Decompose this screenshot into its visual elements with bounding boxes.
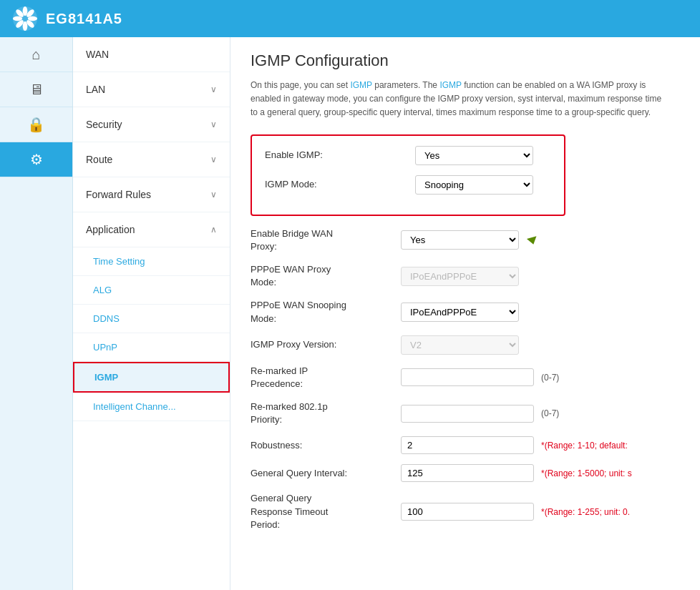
igmp-proxy-version-label: IGMP Proxy Version: (251, 338, 394, 351)
general-query-response-input[interactable] (401, 503, 534, 521)
home-icon: ⌂ (31, 47, 40, 62)
chevron-down-icon: ∨ (210, 84, 217, 94)
bridge-wan-proxy-label: Enable Bridge WANProxy: (251, 227, 394, 253)
settings-icon: ⚙ (30, 152, 43, 167)
nav-item-wan-label: WAN (86, 49, 109, 60)
chevron-down-icon: ∨ (210, 154, 217, 164)
svg-point-7 (13, 16, 22, 21)
form-row-general-query-response: General QueryResponse TimeoutPeriod: *(R… (251, 492, 680, 531)
robustness-hint: *(Range: 1-10; default: (541, 441, 628, 451)
nav-item-wan[interactable]: WAN (73, 37, 230, 72)
security-icon: 🔒 (27, 117, 45, 132)
chevron-up-icon: ∧ (210, 225, 217, 235)
nav-sub-item-intelligent-channel[interactable]: Intelligent Channe... (73, 393, 230, 421)
nav-sub-item-upnp[interactable]: UPnP (73, 333, 230, 362)
igmp-mode-select[interactable]: Snooping Proxy (415, 175, 533, 195)
form-row-remarked-ip: Re-marked IPPrecedence: (0-7) (251, 365, 680, 390)
remarked-ip-input[interactable] (401, 368, 534, 386)
sidebar-item-security[interactable]: 🔒 (0, 107, 72, 142)
form-row-igmp-mode: IGMP Mode: Snooping Proxy (265, 175, 551, 195)
nav-item-application-label: Application (86, 224, 135, 235)
logo-container: EG8141A5 (11, 5, 122, 32)
nav-item-route-label: Route (86, 154, 112, 165)
remarked-ip-label: Re-marked IPPrecedence: (251, 365, 394, 390)
general-query-interval-input[interactable] (401, 464, 534, 482)
nav-item-route[interactable]: Route ∨ (73, 142, 230, 177)
form-row-pppoe-wan-proxy-mode: PPPoE WAN ProxyMode: IPoEAndPPPoE (251, 263, 680, 289)
remarked-8021p-input[interactable] (401, 405, 534, 423)
form-row-remarked-8021p: Re-marked 802.1pPriority: (0-7) (251, 400, 680, 426)
form-row-general-query-interval: General Query Interval: *(Range: 1-5000;… (251, 464, 680, 482)
chevron-down-icon: ∨ (210, 190, 217, 200)
enable-igmp-select[interactable]: Yes No (415, 146, 533, 165)
robustness-label: Robustness: (251, 439, 394, 452)
sidebar: ⌂ 🖥 🔒 ⚙ (0, 37, 73, 590)
pppoe-wan-proxy-mode-label: PPPoE WAN ProxyMode: (251, 263, 394, 289)
igmp-highlight-2: IGMP (439, 80, 461, 90)
svg-point-1 (23, 6, 28, 16)
nav-sub-item-igmp[interactable]: IGMP (73, 362, 230, 393)
nav-item-forward-rules[interactable]: Forward Rules ∨ (73, 177, 230, 212)
pppoe-wan-snooping-mode-label: PPPoE WAN SnoopingMode: (251, 299, 394, 325)
robustness-input[interactable] (401, 436, 534, 454)
nav-panel: WAN LAN ∨ Security ∨ Route ∨ Forward Rul… (73, 37, 230, 590)
nav-sub-item-time-setting[interactable]: Time Setting (73, 247, 230, 276)
form-row-igmp-proxy-version: IGMP Proxy Version: V2 V3 (251, 335, 680, 355)
svg-point-3 (28, 16, 37, 21)
form-row-bridge-wan-proxy: Enable Bridge WANProxy: Yes No (251, 227, 680, 253)
igmp-proxy-version-select[interactable]: V2 V3 (401, 335, 519, 355)
page-title: IGMP Configuration (251, 51, 680, 70)
igmp-mode-label: IGMP Mode: (265, 178, 408, 191)
igmp-highlight-box: Enable IGMP: Yes No IGMP Mode: Snooping … (251, 134, 565, 216)
general-query-interval-label: General Query Interval: (251, 467, 394, 480)
sidebar-item-status[interactable]: 🖥 (0, 72, 72, 107)
nav-item-application[interactable]: Application ∧ (73, 212, 230, 247)
form-row-pppoe-wan-snooping-mode: PPPoE WAN SnoopingMode: IPoEAndPPPoE (251, 299, 680, 325)
nav-sub-item-alg[interactable]: ALG (73, 276, 230, 305)
nav-item-security[interactable]: Security ∨ (73, 107, 230, 142)
bridge-wan-proxy-select[interactable]: Yes No (401, 230, 519, 250)
general-query-response-label: General QueryResponse TimeoutPeriod: (251, 492, 394, 531)
page-description: On this page, you can set IGMP parameter… (251, 79, 666, 120)
form-row-robustness: Robustness: *(Range: 1-10; default: (251, 436, 680, 454)
sidebar-item-settings[interactable]: ⚙ (0, 142, 72, 177)
form-row-enable-igmp: Enable IGMP: Yes No (265, 146, 551, 165)
pppoe-wan-snooping-mode-select[interactable]: IPoEAndPPPoE (401, 303, 519, 322)
igmp-highlight-1: IGMP (350, 80, 371, 90)
app-header: EG8141A5 (0, 0, 700, 37)
svg-point-5 (23, 21, 28, 31)
huawei-logo-icon (11, 5, 39, 32)
nav-sub-item-ddns[interactable]: DDNS (73, 305, 230, 333)
general-query-response-hint: *(Range: 1-255; unit: 0. (541, 507, 630, 517)
remarked-8021p-hint: (0-7) (541, 408, 559, 418)
main-layout: ⌂ 🖥 🔒 ⚙ WAN LAN ∨ Security ∨ Route ∨ For… (0, 37, 700, 590)
general-query-interval-hint: *(Range: 1-5000; unit: s (541, 468, 632, 478)
app-title: EG8141A5 (46, 11, 122, 27)
content-area: IGMP Configuration On this page, you can… (230, 37, 700, 590)
remarked-ip-hint: (0-7) (541, 373, 559, 383)
nav-item-lan[interactable]: LAN ∨ (73, 72, 230, 107)
status-icon: 🖥 (29, 82, 44, 97)
nav-item-forward-rules-label: Forward Rules (86, 189, 151, 200)
enable-igmp-label: Enable IGMP: (265, 149, 408, 162)
nav-item-security-label: Security (86, 119, 122, 130)
sidebar-item-home[interactable]: ⌂ (0, 37, 72, 72)
nav-item-lan-label: LAN (86, 84, 105, 95)
pppoe-wan-proxy-mode-select[interactable]: IPoEAndPPPoE (401, 267, 519, 286)
remarked-8021p-label: Re-marked 802.1pPriority: (251, 400, 394, 426)
cursor-arrow-icon (526, 235, 538, 245)
chevron-down-icon: ∨ (210, 119, 217, 129)
